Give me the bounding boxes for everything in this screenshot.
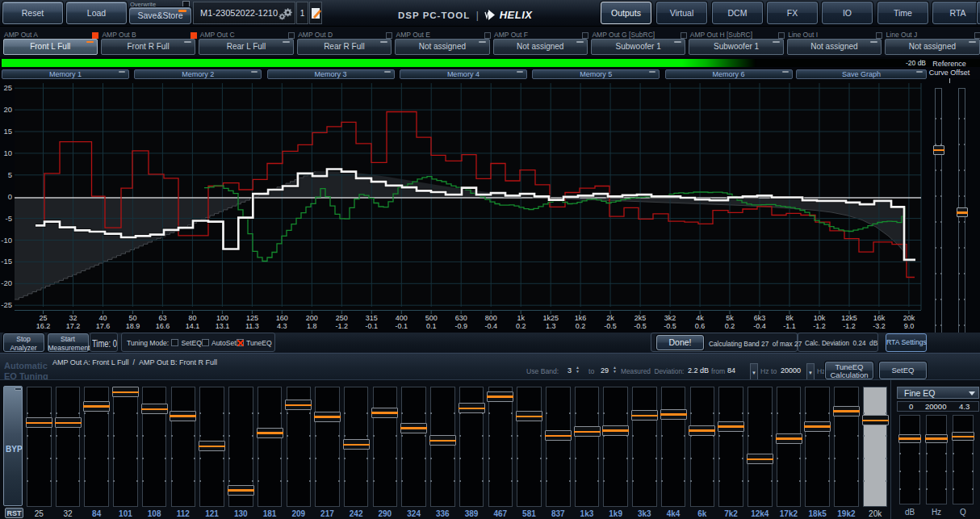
svg-text:-1.1: -1.1 — [783, 322, 796, 330]
svg-text:1.3: 1.3 — [546, 322, 556, 330]
svg-text:1.8: 1.8 — [307, 322, 317, 330]
svg-text:1k25: 1k25 — [542, 314, 559, 322]
svg-text:-0.5: -0.5 — [634, 322, 647, 330]
svg-text:-15: -15 — [1, 257, 12, 266]
svg-text:18.9: 18.9 — [126, 322, 140, 330]
svg-text:500: 500 — [425, 314, 438, 322]
svg-text:-10: -10 — [1, 236, 12, 245]
svg-text:0.6: 0.6 — [695, 322, 706, 330]
svg-text:15: 15 — [3, 127, 12, 136]
svg-text:8k: 8k — [785, 314, 794, 322]
svg-text:1k: 1k — [517, 314, 525, 322]
svg-text:800: 800 — [485, 314, 497, 322]
svg-text:10k: 10k — [814, 314, 826, 322]
svg-text:-25: -25 — [1, 300, 12, 309]
svg-text:315: 315 — [366, 314, 378, 322]
svg-text:160: 160 — [276, 314, 288, 322]
svg-text:25: 25 — [3, 83, 12, 92]
svg-text:-0.1: -0.1 — [396, 322, 408, 330]
svg-text:-1.2: -1.2 — [813, 322, 826, 330]
svg-text:2k5: 2k5 — [634, 314, 647, 322]
svg-text:5k: 5k — [726, 314, 734, 322]
svg-text:12k5: 12k5 — [841, 314, 857, 322]
svg-text:0.1: 0.1 — [426, 322, 437, 330]
svg-text:17.6: 17.6 — [96, 322, 111, 330]
svg-text:10: 10 — [3, 149, 12, 157]
svg-text:9.0: 9.0 — [904, 322, 915, 330]
svg-text:-0.4: -0.4 — [753, 322, 766, 330]
svg-text:5: 5 — [8, 170, 12, 179]
svg-text:0.2: 0.2 — [516, 322, 526, 330]
svg-text:-0.9: -0.9 — [454, 322, 467, 330]
svg-text:80: 80 — [188, 314, 196, 322]
svg-text:-0.5: -0.5 — [664, 322, 676, 330]
svg-text:200: 200 — [306, 314, 318, 322]
svg-text:4.3: 4.3 — [277, 322, 287, 330]
svg-text:-0.5: -0.5 — [604, 322, 617, 330]
svg-text:125: 125 — [246, 314, 258, 322]
svg-text:-1.2: -1.2 — [336, 322, 349, 330]
svg-text:17.2: 17.2 — [66, 322, 81, 330]
svg-text:1k6: 1k6 — [575, 314, 587, 322]
svg-text:11.3: 11.3 — [245, 322, 259, 330]
svg-text:3k2: 3k2 — [664, 314, 676, 322]
svg-text:20: 20 — [3, 105, 12, 114]
svg-text:630: 630 — [455, 314, 467, 322]
svg-text:16.2: 16.2 — [36, 322, 51, 330]
svg-text:-3.2: -3.2 — [873, 322, 886, 330]
svg-text:20k: 20k — [903, 314, 915, 322]
svg-text:-0.1: -0.1 — [366, 322, 379, 330]
svg-text:6k3: 6k3 — [754, 314, 766, 322]
svg-text:-0.4: -0.4 — [484, 322, 497, 330]
svg-text:14.1: 14.1 — [186, 322, 200, 330]
svg-text:13.1: 13.1 — [216, 322, 230, 330]
svg-text:400: 400 — [396, 314, 408, 322]
svg-text:25: 25 — [39, 314, 47, 322]
svg-text:0: 0 — [8, 192, 12, 201]
svg-text:40: 40 — [98, 314, 107, 322]
svg-text:250: 250 — [336, 314, 348, 322]
svg-text:0.2: 0.2 — [576, 322, 586, 330]
svg-text:16.6: 16.6 — [156, 322, 170, 330]
svg-text:2k: 2k — [606, 314, 614, 322]
svg-text:50: 50 — [128, 314, 136, 322]
svg-text:-5: -5 — [6, 214, 12, 223]
svg-text:0.2: 0.2 — [725, 322, 735, 330]
svg-text:-20: -20 — [1, 278, 12, 287]
svg-text:4k: 4k — [696, 314, 704, 322]
svg-text:16k: 16k — [873, 314, 886, 322]
svg-text:-1.2: -1.2 — [843, 322, 856, 330]
svg-text:32: 32 — [69, 314, 77, 322]
svg-text:63: 63 — [158, 314, 166, 322]
svg-text:100: 100 — [216, 314, 228, 322]
